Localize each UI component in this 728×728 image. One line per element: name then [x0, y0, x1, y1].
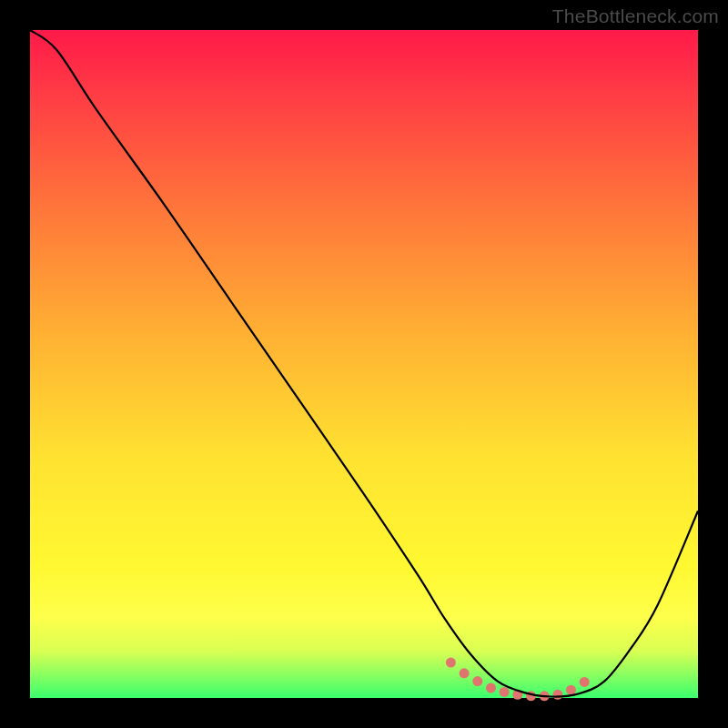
optimal-marker	[500, 687, 510, 697]
optimal-marker	[566, 685, 576, 695]
optimal-marker	[552, 690, 562, 700]
optimal-marker	[472, 676, 482, 686]
optimal-marker	[486, 683, 496, 693]
outer-frame: TheBottleneck.com	[0, 0, 728, 728]
plot-area	[30, 30, 698, 698]
optimal-marker	[446, 658, 456, 668]
bottleneck-curve	[30, 30, 698, 697]
watermark-text: TheBottleneck.com	[552, 5, 719, 27]
optimal-marker	[460, 668, 470, 678]
chart-svg	[30, 30, 698, 698]
optimal-marker	[580, 677, 590, 687]
marker-group	[446, 658, 590, 702]
